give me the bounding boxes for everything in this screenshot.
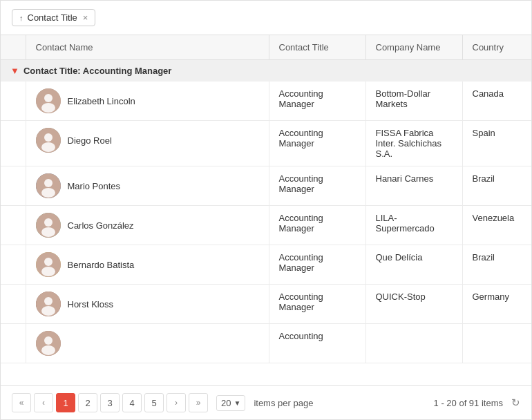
row-check-cell [1, 245, 26, 285]
company-name-cell: Hanari Carnes [365, 166, 462, 206]
country-cell: Brazil [462, 166, 531, 206]
contact-name-cell: Diego Roel [26, 121, 269, 166]
company-name: FISSA Fabrica Inter. Salchichas S.A. [376, 128, 441, 159]
filter-tag[interactable]: ↑ Contact Title × [12, 9, 95, 26]
country-cell [462, 324, 531, 363]
table-row[interactable]: Carlos González Accounting Manager LILA-… [1, 206, 531, 245]
first-page-button[interactable]: « [12, 393, 31, 412]
company-name: Hanari Carnes [376, 173, 434, 184]
avatar [36, 128, 61, 153]
contact-name: Carlos González [68, 220, 134, 231]
table-row[interactable]: Horst Kloss Accounting Manager QUICK-Sto… [1, 285, 531, 324]
contact-title: Accounting Manager [279, 128, 323, 149]
svg-point-13 [44, 258, 53, 266]
table-row[interactable]: Mario Pontes Accounting Manager Hanari C… [1, 166, 531, 206]
row-check-cell [1, 285, 26, 324]
avatar [36, 213, 61, 238]
row-check-cell [1, 121, 26, 166]
contact-title-cell: Accounting Manager [269, 121, 365, 166]
contact-title: Accounting Manager [279, 173, 323, 194]
group-collapse-icon: ▼ [10, 66, 19, 76]
refresh-button[interactable]: ↻ [511, 397, 520, 409]
contact-title-cell: Accounting Manager [269, 166, 365, 206]
table-row[interactable]: Accounting [1, 324, 531, 363]
page-1-button[interactable]: 1 [56, 393, 75, 412]
pagination-bar: « ‹ 12345 › » 20 ▼ items per page 1 - 20… [1, 385, 531, 419]
country-cell: Spain [462, 121, 531, 166]
contact-title-cell: Accounting Manager [269, 82, 365, 121]
contact-title: Accounting Manager [279, 213, 323, 233]
contact-name: Diego Roel [68, 135, 112, 146]
contact-title: Accounting Manager [279, 252, 323, 273]
contact-name: Horst Kloss [68, 299, 113, 309]
country-cell: Brazil [462, 245, 531, 285]
table-row[interactable]: Diego Roel Accounting Manager FISSA Fabr… [1, 121, 531, 166]
filter-remove-icon[interactable]: × [83, 12, 88, 23]
svg-point-11 [41, 227, 55, 237]
svg-point-14 [41, 267, 55, 276]
company-name-cell: QUICK-Stop [365, 285, 462, 324]
contact-name-cell: Elizabeth Lincoln [26, 82, 269, 121]
contact-name: Elizabeth Lincoln [68, 96, 135, 106]
col-header-check [1, 35, 26, 60]
svg-point-20 [41, 345, 55, 355]
company-name: QUICK-Stop [376, 292, 426, 302]
contact-title-cell: Accounting Manager [269, 206, 365, 245]
row-check-cell [1, 324, 26, 363]
col-header-company-name[interactable]: Company Name [365, 35, 462, 60]
next-page-button[interactable]: › [167, 393, 186, 412]
svg-point-10 [44, 218, 53, 227]
page-4-button[interactable]: 4 [122, 393, 142, 412]
svg-point-7 [44, 179, 53, 187]
contact-title: Accounting [279, 331, 323, 341]
country-cell: Canada [462, 82, 531, 121]
per-page-select[interactable]: 20 ▼ [216, 395, 245, 411]
contact-title-cell: Accounting Manager [269, 245, 365, 285]
company-name-cell: LILA-Supermercado [365, 206, 462, 245]
page-2-button[interactable]: 2 [78, 393, 97, 412]
avatar [36, 88, 61, 113]
prev-page-button[interactable]: ‹ [34, 393, 53, 412]
country-cell: Germany [462, 285, 531, 324]
col-header-country[interactable]: Country [462, 35, 531, 60]
contact-name-cell: Bernardo Batista [26, 245, 269, 285]
company-name-cell: FISSA Fabrica Inter. Salchichas S.A. [365, 121, 462, 166]
avatar [36, 292, 61, 316]
contact-name: Bernardo Batista [68, 260, 135, 270]
contact-name-cell: Mario Pontes [26, 166, 269, 206]
col-header-contact-title[interactable]: Contact Title [269, 35, 365, 60]
contact-name-cell: Horst Kloss [26, 285, 269, 324]
contact-name-cell [26, 324, 269, 363]
page-5-button[interactable]: 5 [144, 393, 164, 412]
svg-point-8 [41, 188, 55, 198]
contact-title: Accounting Manager [279, 88, 323, 109]
row-check-cell [1, 166, 26, 206]
last-page-button[interactable]: » [189, 393, 208, 412]
avatar [36, 173, 61, 198]
svg-point-17 [41, 306, 55, 316]
svg-point-1 [44, 94, 53, 102]
row-check-cell [1, 82, 26, 121]
total-items-label: 1 - 20 of 91 items [434, 398, 503, 408]
sort-arrow-icon: ↑ [19, 14, 23, 22]
items-per-page-label: items per page [254, 398, 313, 408]
country-cell: Venezuela [462, 206, 531, 245]
page-3-button[interactable]: 3 [100, 393, 120, 412]
company-name-cell: Que Delícia [365, 245, 462, 285]
company-name-cell: Bottom-Dollar Markets [365, 82, 462, 121]
country: Venezuela [473, 213, 515, 223]
main-container: ↑ Contact Title × Contact Name Contact T… [0, 0, 532, 420]
per-page-value: 20 [221, 398, 231, 408]
group-header-row[interactable]: ▼Contact Title: Accounting Manager [1, 60, 531, 82]
country: Brazil [473, 173, 495, 184]
contact-title: Accounting Manager [279, 292, 323, 312]
col-header-contact-name[interactable]: Contact Name [26, 35, 269, 60]
filter-bar: ↑ Contact Title × [1, 1, 531, 35]
table-row[interactable]: Bernardo Batista Accounting Manager Que … [1, 245, 531, 285]
data-table: Contact Name Contact Title Company Name … [1, 35, 531, 363]
table-row[interactable]: Elizabeth Lincoln Accounting Manager Bot… [1, 82, 531, 121]
company-name-cell [365, 324, 462, 363]
svg-point-5 [41, 142, 55, 152]
country: Canada [473, 88, 504, 99]
country: Germany [473, 292, 509, 302]
